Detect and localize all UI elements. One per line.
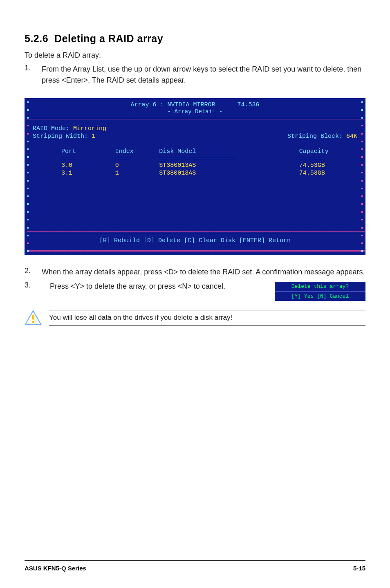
bios-disk-table: Port Index Disk Model Capacity ═════════… [25, 142, 365, 180]
warning-icon [25, 310, 42, 325]
confirm-question: Delete this array? [275, 282, 365, 291]
section-number: 5.2.6 [25, 33, 48, 44]
step-2-text: When the array details appear, press <D>… [42, 267, 365, 278]
step-3: 3. Press <Y> to delete the array, or pre… [25, 281, 365, 301]
table-row: 3.0 0 ST380013AS 74.53GB [33, 162, 357, 169]
step-1-number: 1. [25, 64, 42, 86]
cell-port: 3.0 [33, 162, 111, 169]
cell-index: 0 [111, 162, 155, 169]
bios-footer-keys: [R] Rebuild [D] Delete [C] Clear Disk [E… [25, 236, 365, 248]
striping-block-value: 64K [346, 133, 357, 140]
bios-border-right [361, 99, 364, 254]
striping-block-label: Striping Block: [287, 133, 346, 140]
svg-point-2 [32, 321, 34, 323]
step-1: 1. From the Array List, use the up or do… [25, 64, 365, 86]
cell-port: 3.1 [33, 169, 111, 177]
warning-callout: You will lose all data on the drives if … [25, 310, 365, 325]
footer-right: 5-15 [353, 565, 365, 572]
table-row: 3.1 1 ST380013AS 74.53GB [33, 169, 357, 177]
step-3-number: 3. [25, 281, 42, 290]
intro-text: To delete a RAID array: [25, 51, 365, 60]
bios-divider: ════════════════════════════════════════… [25, 248, 365, 254]
col-capacity: Capacity [295, 148, 357, 156]
col-model: Disk Model [155, 148, 295, 156]
svg-rect-1 [32, 315, 34, 320]
warning-text: You will lose all data on the drives if … [49, 310, 365, 325]
cell-model: ST380013AS [155, 162, 295, 169]
step-2-number: 2. [25, 267, 42, 278]
bios-screenshot: Array 6 : NVIDIA MIRROR 74.53G - Array D… [25, 98, 365, 255]
confirm-dialog: Delete this array? [Y] Yes [N] Cancel [275, 282, 365, 301]
col-index: Index [111, 148, 155, 156]
section-title-text: Deleting a RAID array [54, 33, 163, 44]
raid-mode-label: RAID Mode: [33, 125, 73, 132]
cell-index: 1 [111, 169, 155, 177]
bios-divider: ════════════════════════════════════════… [25, 116, 365, 122]
cell-capacity: 74.53GB [295, 169, 357, 177]
section-heading: 5.2.6 Deleting a RAID array [25, 33, 365, 45]
step-3-text: Press <Y> to delete the array, or press … [50, 281, 267, 292]
bios-info-block: RAID Mode: Mirroring Striping Width: 1 S… [25, 122, 365, 142]
step-1-text: From the Array List, use the up or down … [42, 64, 365, 86]
cell-capacity: 74.53GB [295, 162, 357, 169]
bios-border-left [26, 99, 29, 254]
striping-width-value: 1 [92, 133, 95, 140]
confirm-options: [Y] Yes [N] Cancel [275, 291, 365, 301]
footer-left: ASUS KFN5-Q Series [25, 565, 86, 572]
striping-width-label: Striping Width: [33, 133, 92, 140]
raid-mode-value: Mirroring [73, 125, 106, 132]
bios-header: Array 6 : NVIDIA MIRROR 74.53G - Array D… [25, 99, 365, 116]
cell-model: ST380013AS [155, 169, 295, 177]
bios-title: Array 6 : NVIDIA MIRROR [130, 101, 215, 108]
bios-divider: ════════════════════════════════════════… [25, 229, 365, 236]
bios-subtitle: - Array Detail - [25, 108, 365, 115]
col-port: Port [33, 148, 111, 156]
bios-array-size: 74.53G [238, 101, 260, 108]
page-footer: ASUS KFN5-Q Series 5-15 [25, 560, 365, 572]
step-2: 2. When the array details appear, press … [25, 267, 365, 278]
